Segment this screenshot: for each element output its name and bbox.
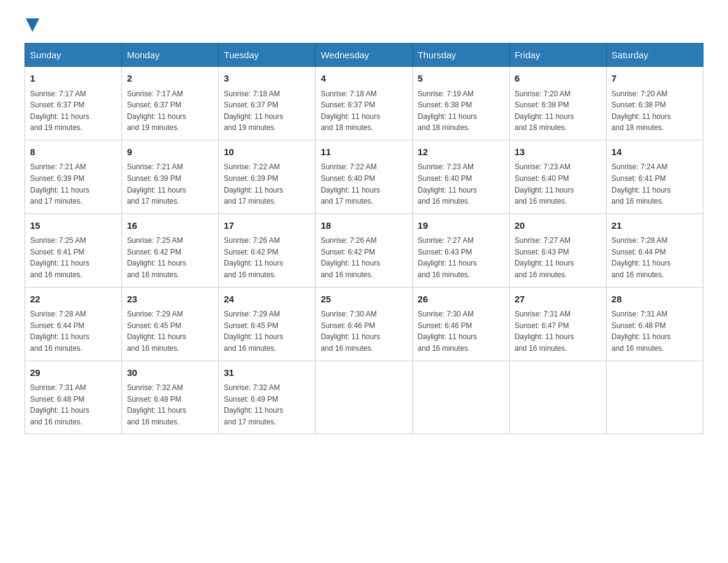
day-number: 5	[418, 72, 504, 86]
day-number: 15	[30, 219, 116, 233]
calendar-cell: 8 Sunrise: 7:21 AM Sunset: 6:39 PM Dayli…	[25, 140, 122, 213]
day-info: Sunrise: 7:30 AM Sunset: 6:46 PM Dayligh…	[320, 308, 407, 354]
svg-marker-0	[26, 18, 39, 32]
calendar-cell: 17 Sunrise: 7:26 AM Sunset: 6:42 PM Dayl…	[219, 213, 316, 287]
day-number: 17	[224, 219, 310, 233]
calendar-cell: 23 Sunrise: 7:29 AM Sunset: 6:45 PM Dayl…	[122, 287, 219, 361]
calendar-table: SundayMondayTuesdayWednesdayThursdayFrid…	[25, 43, 703, 434]
day-number: 10	[224, 145, 310, 159]
day-info: Sunrise: 7:26 AM Sunset: 6:42 PM Dayligh…	[224, 235, 310, 280]
calendar-cell: 14 Sunrise: 7:24 AM Sunset: 6:41 PM Dayl…	[606, 140, 703, 213]
day-number: 13	[515, 145, 601, 159]
day-info: Sunrise: 7:32 AM Sunset: 6:49 PM Dayligh…	[127, 382, 213, 427]
calendar-cell: 25 Sunrise: 7:30 AM Sunset: 6:46 PM Dayl…	[316, 287, 412, 361]
calendar-cell: 20 Sunrise: 7:27 AM Sunset: 6:43 PM Dayl…	[509, 213, 606, 287]
day-info: Sunrise: 7:22 AM Sunset: 6:39 PM Dayligh…	[224, 161, 310, 207]
calendar-cell: 18 Sunrise: 7:26 AM Sunset: 6:42 PM Dayl…	[316, 213, 412, 287]
calendar-cell: 21 Sunrise: 7:28 AM Sunset: 6:44 PM Dayl…	[606, 213, 703, 287]
page-header	[25, 18, 703, 31]
calendar-cell: 24 Sunrise: 7:29 AM Sunset: 6:45 PM Dayl…	[219, 287, 316, 361]
day-number: 31	[224, 366, 310, 380]
day-number: 30	[127, 366, 213, 380]
calendar-cell: 30 Sunrise: 7:32 AM Sunset: 6:49 PM Dayl…	[122, 361, 219, 434]
day-number: 12	[418, 145, 504, 159]
day-header-sunday: Sunday	[25, 44, 122, 67]
day-number: 1	[30, 72, 116, 86]
day-info: Sunrise: 7:25 AM Sunset: 6:41 PM Dayligh…	[30, 235, 116, 280]
calendar-cell: 2 Sunrise: 7:17 AM Sunset: 6:37 PM Dayli…	[122, 67, 219, 140]
day-header-friday: Friday	[509, 44, 606, 67]
calendar-cell: 6 Sunrise: 7:20 AM Sunset: 6:38 PM Dayli…	[509, 67, 606, 140]
calendar-cell: 12 Sunrise: 7:23 AM Sunset: 6:40 PM Dayl…	[412, 140, 509, 213]
day-info: Sunrise: 7:18 AM Sunset: 6:37 PM Dayligh…	[224, 88, 310, 134]
calendar-cell: 15 Sunrise: 7:25 AM Sunset: 6:41 PM Dayl…	[25, 213, 122, 287]
day-number: 28	[612, 293, 698, 307]
day-info: Sunrise: 7:31 AM Sunset: 6:48 PM Dayligh…	[30, 382, 116, 427]
calendar-cell: 22 Sunrise: 7:28 AM Sunset: 6:44 PM Dayl…	[25, 287, 122, 361]
day-number: 21	[612, 219, 698, 233]
day-number: 18	[320, 219, 407, 233]
day-number: 23	[127, 293, 213, 307]
calendar-cell: 13 Sunrise: 7:23 AM Sunset: 6:40 PM Dayl…	[509, 140, 606, 213]
calendar-cell: 31 Sunrise: 7:32 AM Sunset: 6:49 PM Dayl…	[219, 361, 316, 434]
calendar-week-5: 29 Sunrise: 7:31 AM Sunset: 6:48 PM Dayl…	[25, 361, 703, 434]
day-info: Sunrise: 7:27 AM Sunset: 6:43 PM Dayligh…	[515, 235, 601, 280]
calendar-cell	[606, 361, 703, 434]
day-info: Sunrise: 7:31 AM Sunset: 6:47 PM Dayligh…	[515, 308, 601, 354]
day-info: Sunrise: 7:31 AM Sunset: 6:48 PM Dayligh…	[612, 308, 698, 354]
day-info: Sunrise: 7:21 AM Sunset: 6:39 PM Dayligh…	[127, 161, 213, 207]
day-info: Sunrise: 7:29 AM Sunset: 6:45 PM Dayligh…	[127, 308, 213, 354]
calendar-cell: 4 Sunrise: 7:18 AM Sunset: 6:37 PM Dayli…	[316, 67, 412, 140]
day-number: 25	[320, 293, 407, 307]
day-info: Sunrise: 7:20 AM Sunset: 6:38 PM Dayligh…	[515, 88, 601, 134]
day-number: 29	[30, 366, 116, 380]
day-number: 8	[30, 145, 116, 159]
day-header-wednesday: Wednesday	[316, 44, 412, 67]
day-number: 27	[515, 293, 601, 307]
day-info: Sunrise: 7:25 AM Sunset: 6:42 PM Dayligh…	[127, 235, 213, 280]
day-info: Sunrise: 7:26 AM Sunset: 6:42 PM Dayligh…	[320, 235, 407, 280]
calendar-cell	[412, 361, 509, 434]
day-number: 2	[127, 72, 213, 86]
day-info: Sunrise: 7:28 AM Sunset: 6:44 PM Dayligh…	[30, 308, 116, 354]
calendar-week-2: 8 Sunrise: 7:21 AM Sunset: 6:39 PM Dayli…	[25, 140, 703, 213]
calendar-cell	[509, 361, 606, 434]
day-info: Sunrise: 7:24 AM Sunset: 6:41 PM Dayligh…	[612, 161, 698, 207]
logo	[25, 18, 39, 31]
calendar-cell: 9 Sunrise: 7:21 AM Sunset: 6:39 PM Dayli…	[122, 140, 219, 213]
calendar-week-1: 1 Sunrise: 7:17 AM Sunset: 6:37 PM Dayli…	[25, 67, 703, 140]
day-number: 16	[127, 219, 213, 233]
day-info: Sunrise: 7:17 AM Sunset: 6:37 PM Dayligh…	[127, 88, 213, 134]
day-info: Sunrise: 7:19 AM Sunset: 6:38 PM Dayligh…	[418, 88, 504, 134]
calendar-cell	[316, 361, 412, 434]
day-info: Sunrise: 7:27 AM Sunset: 6:43 PM Dayligh…	[418, 235, 504, 280]
day-info: Sunrise: 7:17 AM Sunset: 6:37 PM Dayligh…	[30, 88, 116, 134]
calendar-cell: 28 Sunrise: 7:31 AM Sunset: 6:48 PM Dayl…	[606, 287, 703, 361]
calendar-header-row: SundayMondayTuesdayWednesdayThursdayFrid…	[25, 44, 703, 67]
day-number: 26	[418, 293, 504, 307]
calendar-cell: 7 Sunrise: 7:20 AM Sunset: 6:38 PM Dayli…	[606, 67, 703, 140]
calendar-cell: 1 Sunrise: 7:17 AM Sunset: 6:37 PM Dayli…	[25, 67, 122, 140]
day-info: Sunrise: 7:30 AM Sunset: 6:46 PM Dayligh…	[418, 308, 504, 354]
day-number: 24	[224, 293, 310, 307]
calendar-cell: 3 Sunrise: 7:18 AM Sunset: 6:37 PM Dayli…	[219, 67, 316, 140]
calendar-cell: 16 Sunrise: 7:25 AM Sunset: 6:42 PM Dayl…	[122, 213, 219, 287]
day-number: 7	[612, 72, 698, 86]
day-info: Sunrise: 7:28 AM Sunset: 6:44 PM Dayligh…	[612, 235, 698, 280]
day-info: Sunrise: 7:23 AM Sunset: 6:40 PM Dayligh…	[418, 161, 504, 207]
calendar-week-3: 15 Sunrise: 7:25 AM Sunset: 6:41 PM Dayl…	[25, 213, 703, 287]
calendar-cell: 10 Sunrise: 7:22 AM Sunset: 6:39 PM Dayl…	[219, 140, 316, 213]
day-info: Sunrise: 7:18 AM Sunset: 6:37 PM Dayligh…	[320, 88, 407, 134]
day-info: Sunrise: 7:23 AM Sunset: 6:40 PM Dayligh…	[515, 161, 601, 207]
day-number: 4	[320, 72, 407, 86]
day-info: Sunrise: 7:20 AM Sunset: 6:38 PM Dayligh…	[612, 88, 698, 134]
calendar-week-4: 22 Sunrise: 7:28 AM Sunset: 6:44 PM Dayl…	[25, 287, 703, 361]
calendar-cell: 29 Sunrise: 7:31 AM Sunset: 6:48 PM Dayl…	[25, 361, 122, 434]
day-number: 20	[515, 219, 601, 233]
day-header-tuesday: Tuesday	[219, 44, 316, 67]
day-number: 9	[127, 145, 213, 159]
day-info: Sunrise: 7:29 AM Sunset: 6:45 PM Dayligh…	[224, 308, 310, 354]
day-info: Sunrise: 7:21 AM Sunset: 6:39 PM Dayligh…	[30, 161, 116, 207]
calendar-cell: 26 Sunrise: 7:30 AM Sunset: 6:46 PM Dayl…	[412, 287, 509, 361]
day-header-thursday: Thursday	[412, 44, 509, 67]
